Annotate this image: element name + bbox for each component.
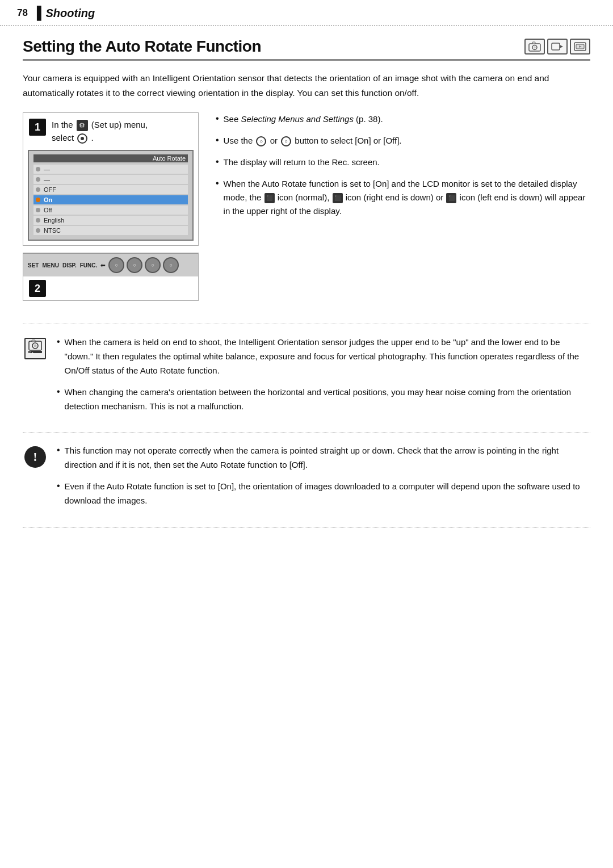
svg-point-3 [534, 47, 536, 49]
note-2-bullet-dot-2: • [57, 481, 60, 508]
svg-marker-5 [560, 45, 563, 48]
bullet-dot-4: • [216, 179, 219, 218]
bottom-divider [23, 527, 590, 528]
steps-section: 1 In the ⚙ (Set up) menu,select . [23, 112, 590, 308]
cam-btn-2[interactable]: ○ [127, 257, 142, 273]
divider-2 [23, 432, 590, 433]
note-1-text-1: When the camera is held on end to shoot,… [65, 336, 590, 378]
page-title: Setting the Auto Rotate Function [23, 37, 524, 56]
menu-row-off: OFF [33, 185, 188, 194]
menu-row-2: — [33, 175, 188, 184]
camera-screen-step1: Auto Rotate — — OFF On Off [28, 150, 194, 241]
intro-text: Your camera is equipped with an Intellig… [23, 71, 590, 100]
note-1-content: • When the camera is held on end to shoo… [57, 336, 590, 422]
bullet-text-1: See Selecting Menus and Settings (p. 38)… [224, 112, 383, 126]
camera-still-icon [524, 39, 545, 54]
cam-btn-1[interactable]: ○ [108, 257, 124, 273]
page-header: 78 ▐ Shooting [0, 0, 613, 26]
note-1-text-2: When changing the camera's orientation b… [65, 385, 590, 414]
steps-left: 1 In the ⚙ (Set up) menu,select . [23, 112, 199, 308]
note-1-bullet-2: • When changing the camera's orientation… [57, 385, 590, 414]
dial-icon-2: ○ [281, 136, 291, 146]
menu-row-on-active[interactable]: On [33, 195, 188, 204]
note-section-1: F▲ • When the camera is held on end to s… [23, 331, 590, 422]
orient-right-icon: ⬛ [333, 193, 343, 203]
menu-screen-title: Auto Rotate [33, 154, 188, 162]
note-bullet-dot-1: • [57, 337, 60, 378]
note-2-bullet-2: • Even if the Auto Rotate function is se… [57, 480, 590, 508]
page-number: 78 [17, 7, 28, 19]
note-section-2: ! • This function may not operate correc… [23, 439, 590, 516]
page-title-row: Setting the Auto Rotate Function [23, 37, 590, 61]
select-icon [77, 133, 87, 144]
svg-rect-2 [532, 42, 535, 44]
dial-icon-1: ○ [256, 136, 266, 146]
header-separator: ▐ [32, 6, 41, 20]
bullet-text-3: The display will return to the Rec. scre… [224, 156, 380, 169]
divider-1 [23, 324, 590, 324]
camera-video-icon [547, 39, 568, 54]
menu-row-off2: Off [33, 206, 188, 215]
bullet-dot-2: • [216, 136, 219, 148]
cam-btn-4[interactable]: ○ [163, 257, 179, 273]
bullet-see-selecting: • See Selecting Menus and Settings (p. 3… [216, 112, 590, 126]
camera-side-svg: F▲ [26, 339, 44, 358]
bullet-dot-1: • [216, 114, 219, 126]
note-2-bullet-1: • This function may not operate correctl… [57, 444, 590, 472]
set-label: SET [28, 262, 39, 269]
orient-normal-icon: ⬛ [264, 193, 275, 203]
camera-icons [524, 39, 590, 54]
step-1-number: 1 [29, 119, 46, 136]
bullet-auto-rotate-detail: • When the Auto Rotate function is set t… [216, 177, 590, 218]
orient-left-icon: ⬛ [446, 193, 456, 203]
camera-playback-icon [570, 39, 590, 54]
cam-btn-3[interactable]: ○ [145, 257, 161, 273]
menu-row-1: — [33, 165, 188, 174]
step-1-box: 1 In the ⚙ (Set up) menu,select . [23, 112, 199, 246]
note-1-icon-area: F▲ [23, 336, 48, 422]
note-2-content: • This function may not operate correctl… [57, 444, 590, 516]
menu-row-ntsc: NTSC [33, 226, 188, 235]
note-2-text-2: Even if the Auto Rotate function is set … [65, 480, 590, 508]
bullet-text-2: Use the ○ or ○ button to select [On] or … [224, 134, 402, 148]
step-1-header: 1 In the ⚙ (Set up) menu,select . [23, 113, 198, 150]
note-2-bullet-dot-1: • [57, 446, 60, 472]
side-camera-icon: F▲ [24, 338, 46, 359]
setup-menu-icon: ⚙ [77, 120, 88, 131]
menu-label: MENU [42, 262, 58, 269]
svg-text:F▲: F▲ [30, 351, 34, 354]
steps-right: • See Selecting Menus and Settings (p. 3… [216, 112, 590, 308]
main-content: Setting the Auto Rotate Function [0, 26, 613, 545]
note-2-icon-area: ! [23, 444, 48, 516]
func-label: FUNC. [80, 262, 98, 269]
svg-point-11 [34, 345, 37, 347]
bullet-use-button: • Use the ○ or ○ button to select [On] o… [216, 134, 590, 148]
camera-button-row: SET MENU DISP. FUNC. ⬅ ○ ○ ○ ○ [23, 253, 198, 276]
note-1-bullet-1: • When the camera is held on end to shoo… [57, 336, 590, 378]
svg-rect-4 [552, 43, 560, 50]
step-1-desc: In the ⚙ (Set up) menu,select . [52, 119, 148, 144]
section-title: Shooting [46, 7, 95, 20]
bullet-dot-3: • [216, 157, 219, 169]
menu-row-english: English [33, 216, 188, 225]
note-bullet-dot-2: • [57, 387, 60, 414]
step-2-inner: 2 [23, 276, 198, 300]
note-2-text-1: This function may not operate correctly … [65, 444, 590, 472]
step-2-box: SET MENU DISP. FUNC. ⬅ ○ ○ ○ ○ 2 [23, 253, 199, 301]
bullet-text-4: When the Auto Rotate function is set to … [224, 177, 590, 218]
warning-icon: ! [24, 446, 46, 468]
arrow-label: ⬅ [100, 262, 105, 269]
svg-rect-12 [32, 340, 35, 342]
step-2-number: 2 [29, 280, 46, 297]
disp-label: DISP. [62, 262, 77, 269]
bullet-return-rec: • The display will return to the Rec. sc… [216, 156, 590, 169]
